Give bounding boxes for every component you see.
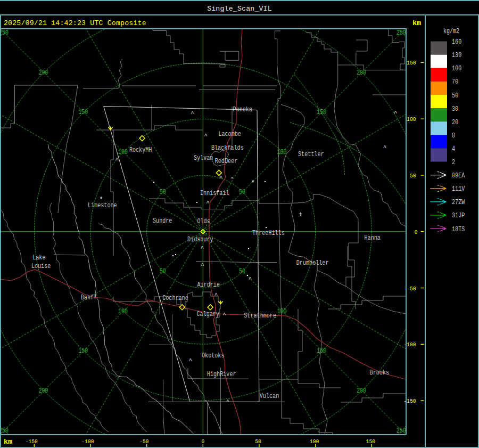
svg-text:km: km	[412, 19, 421, 27]
svg-text:Calgary: Calgary	[197, 311, 220, 318]
svg-text:09EA: 09EA	[452, 172, 465, 180]
svg-text:250: 250	[0, 29, 9, 37]
svg-text:2025/09/21 14:42:23 UTC Compos: 2025/09/21 14:42:23 UTC Composite	[4, 19, 146, 27]
svg-text:^: ^	[214, 292, 218, 298]
svg-text:Brooks: Brooks	[370, 369, 389, 377]
svg-text:250: 250	[397, 29, 406, 37]
svg-text:^: ^	[394, 110, 398, 116]
svg-text:50: 50	[239, 268, 245, 275]
svg-text:^: ^	[383, 144, 387, 151]
svg-text:250: 250	[0, 427, 9, 435]
svg-text:50: 50	[160, 268, 166, 275]
svg-text:2: 2	[452, 159, 455, 166]
svg-text:^: ^	[191, 110, 194, 117]
svg-text:0: 0	[201, 438, 204, 445]
svg-text:100: 100	[407, 116, 416, 123]
svg-text:^: ^	[204, 133, 208, 139]
svg-text:150: 150	[407, 59, 416, 66]
svg-text:^: ^	[201, 245, 204, 251]
svg-text:150: 150	[78, 109, 88, 116]
svg-text:100: 100	[118, 149, 128, 156]
svg-text:70: 70	[452, 78, 458, 86]
svg-text:100: 100	[452, 65, 461, 72]
svg-text:km: km	[4, 438, 12, 446]
svg-text:20: 20	[452, 119, 458, 126]
svg-text:50: 50	[410, 172, 416, 179]
svg-text:Innisfail: Innisfail	[200, 190, 229, 197]
svg-text:150: 150	[366, 438, 375, 445]
svg-text:100: 100	[277, 149, 287, 156]
svg-text:Ponoka: Ponoka	[233, 106, 253, 113]
svg-text:50: 50	[239, 189, 245, 196]
svg-text:50: 50	[452, 92, 458, 100]
svg-text:Hanna: Hanna	[365, 234, 381, 242]
svg-text:Cochrane: Cochrane	[162, 295, 188, 302]
svg-text:Banff: Banff	[81, 294, 97, 302]
svg-text:kg/m2: kg/m2	[443, 28, 459, 35]
svg-text:Louise: Louise	[31, 263, 51, 270]
svg-text:50: 50	[160, 189, 166, 196]
svg-text:-100: -100	[403, 341, 416, 348]
svg-text:200: 200	[39, 69, 48, 77]
svg-text:*: *	[251, 180, 254, 187]
svg-text:8: 8	[452, 132, 455, 140]
svg-text:ThreeHills: ThreeHills	[252, 230, 285, 237]
svg-text:Lacombe: Lacombe	[218, 131, 241, 138]
svg-text:^: ^	[222, 312, 226, 318]
svg-text:^: ^	[201, 262, 204, 268]
svg-text:200: 200	[357, 69, 366, 77]
svg-text:Sylvan: Sylvan	[194, 154, 213, 162]
svg-text:Lake: Lake	[32, 254, 45, 262]
svg-text:100: 100	[277, 308, 287, 315]
svg-text:^: ^	[188, 357, 192, 364]
svg-text:Drumheller: Drumheller	[296, 259, 329, 267]
svg-text:100: 100	[310, 438, 319, 445]
svg-text:250: 250	[397, 427, 406, 435]
svg-text:^: ^	[115, 157, 119, 163]
svg-text:Didsbury: Didsbury	[187, 236, 213, 243]
svg-text:*: *	[99, 196, 103, 203]
svg-text:-100: -100	[81, 438, 94, 445]
svg-text:^: ^	[206, 200, 210, 206]
svg-text:100: 100	[118, 308, 128, 315]
svg-text:18TS: 18TS	[452, 226, 465, 233]
svg-text:Sundre: Sundre	[153, 217, 172, 225]
svg-text:130: 130	[452, 52, 461, 59]
svg-text:150: 150	[317, 347, 326, 355]
svg-text:^: ^	[249, 276, 252, 282]
svg-text:Strathmore: Strathmore	[244, 312, 276, 320]
svg-text:RockyMH: RockyMH	[129, 146, 152, 154]
svg-text:Olds: Olds	[197, 218, 210, 225]
svg-text:RedDeer: RedDeer	[215, 158, 237, 165]
svg-text:27ZW: 27ZW	[452, 199, 465, 206]
svg-text:^: ^	[226, 398, 229, 405]
svg-text:HighRiver: HighRiver	[207, 371, 236, 378]
svg-text:150: 150	[317, 109, 326, 116]
svg-text:31JP: 31JP	[452, 212, 465, 219]
svg-text:+: +	[299, 211, 302, 218]
svg-text:50: 50	[255, 438, 261, 445]
svg-text:160: 160	[452, 38, 461, 46]
svg-text:Airdrie: Airdrie	[197, 281, 220, 289]
svg-text:30: 30	[452, 105, 458, 113]
svg-text:Okotoks: Okotoks	[202, 352, 224, 360]
svg-text:-50: -50	[139, 438, 148, 445]
svg-text:^: ^	[219, 175, 223, 181]
svg-text:Vulcan: Vulcan	[260, 393, 279, 400]
svg-text:0: 0	[415, 229, 418, 235]
svg-text:200: 200	[357, 387, 366, 395]
svg-text:Single_Scan_VIL: Single_Scan_VIL	[207, 5, 272, 13]
svg-text:Blackfalds: Blackfalds	[211, 144, 244, 152]
svg-text:111V: 111V	[452, 185, 465, 193]
svg-text:-50: -50	[407, 285, 416, 292]
svg-text:-150: -150	[26, 438, 38, 445]
svg-text:-150: -150	[403, 397, 416, 404]
svg-text:200: 200	[39, 387, 48, 395]
svg-text:150: 150	[78, 347, 88, 355]
svg-text:Stettler: Stettler	[298, 151, 324, 158]
svg-text:4: 4	[452, 145, 455, 153]
